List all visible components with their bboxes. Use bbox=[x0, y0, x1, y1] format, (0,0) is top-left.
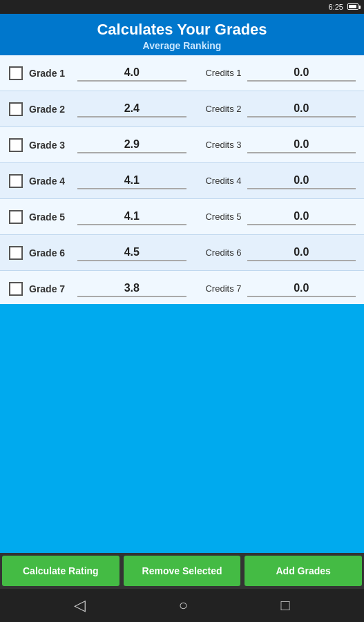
grade-checkbox-5[interactable] bbox=[9, 210, 23, 224]
remove-selected-button[interactable]: Remove Selected bbox=[124, 556, 241, 586]
credits-label-6: Credits 6 bbox=[189, 247, 245, 258]
calculate-rating-button[interactable]: Calculate Rating bbox=[2, 556, 119, 586]
add-grades-button[interactable]: Add Grades bbox=[245, 556, 362, 586]
credits-input-wrap-3 bbox=[245, 137, 359, 153]
nav-bar: ◁ ○ □ bbox=[0, 589, 364, 622]
grade-label-4: Grade 4 bbox=[26, 176, 75, 187]
grade-input-wrap-3 bbox=[75, 137, 189, 153]
grade-checkbox-1[interactable] bbox=[9, 66, 23, 80]
checkbox-cell-5 bbox=[6, 210, 26, 224]
grade-input-wrap-7 bbox=[75, 281, 189, 297]
bottom-buttons: Calculate Rating Remove Selected Add Gra… bbox=[0, 553, 364, 589]
grade-checkbox-4[interactable] bbox=[9, 174, 23, 188]
grade-label-7: Grade 7 bbox=[26, 283, 75, 294]
grade-label-3: Grade 3 bbox=[26, 140, 75, 151]
credits-value-input-2[interactable] bbox=[247, 101, 356, 117]
status-bar: 6:25 bbox=[0, 0, 364, 14]
grade-checkbox-3[interactable] bbox=[9, 138, 23, 152]
credits-label-3: Credits 3 bbox=[189, 140, 245, 150]
credits-value-input-4[interactable] bbox=[247, 173, 356, 189]
table-row: Grade 6 Credits 6 bbox=[0, 235, 364, 271]
credits-value-input-5[interactable] bbox=[247, 209, 356, 225]
table-row: Grade 5 Credits 5 bbox=[0, 199, 364, 235]
credits-value-input-1[interactable] bbox=[247, 65, 356, 82]
battery-icon bbox=[346, 3, 358, 11]
grade-label-1: Grade 1 bbox=[26, 68, 75, 79]
grade-label-6: Grade 6 bbox=[26, 247, 75, 258]
credits-input-wrap-5 bbox=[245, 209, 359, 225]
recent-button[interactable]: □ bbox=[280, 596, 289, 614]
checkbox-cell-2 bbox=[6, 102, 26, 116]
back-button[interactable]: ◁ bbox=[74, 596, 86, 614]
credits-label-2: Credits 2 bbox=[189, 104, 245, 114]
credits-input-wrap-6 bbox=[245, 245, 359, 261]
credits-input-wrap-4 bbox=[245, 173, 359, 189]
credits-value-input-7[interactable] bbox=[247, 281, 356, 297]
grade-checkbox-6[interactable] bbox=[9, 246, 23, 260]
grade-input-wrap-1 bbox=[75, 65, 189, 82]
grade-value-input-6[interactable] bbox=[77, 245, 186, 261]
grade-list: Grade 1 Credits 1 Grade 2 Credits 2 bbox=[0, 55, 364, 304]
table-row: Grade 7 Credits 7 bbox=[0, 271, 364, 304]
table-row: Grade 1 Credits 1 bbox=[0, 55, 364, 91]
app-subtitle: Average Ranking bbox=[0, 40, 364, 51]
credits-input-wrap-2 bbox=[245, 101, 359, 117]
grade-value-input-4[interactable] bbox=[77, 173, 186, 189]
grade-input-wrap-5 bbox=[75, 209, 189, 225]
table-row: Grade 3 Credits 3 bbox=[0, 127, 364, 163]
credits-value-input-3[interactable] bbox=[247, 137, 356, 153]
grade-value-input-2[interactable] bbox=[77, 101, 186, 117]
grade-label-5: Grade 5 bbox=[26, 211, 75, 223]
grade-checkbox-2[interactable] bbox=[9, 102, 23, 116]
app-title: Calculates Your Grades bbox=[0, 21, 364, 39]
checkbox-cell-3 bbox=[6, 138, 26, 152]
credits-input-wrap-7 bbox=[245, 281, 359, 297]
credits-label-4: Credits 4 bbox=[189, 176, 245, 186]
table-row: Grade 2 Credits 2 bbox=[0, 91, 364, 127]
credits-input-wrap-1 bbox=[245, 65, 359, 82]
credits-value-input-6[interactable] bbox=[247, 245, 356, 261]
home-button[interactable]: ○ bbox=[179, 596, 188, 614]
grade-input-wrap-6 bbox=[75, 245, 189, 261]
credits-label-7: Credits 7 bbox=[189, 283, 245, 294]
grade-input-wrap-2 bbox=[75, 101, 189, 117]
spacer bbox=[0, 304, 364, 553]
credits-label-5: Credits 5 bbox=[189, 211, 245, 222]
checkbox-cell-4 bbox=[6, 174, 26, 188]
grade-value-input-3[interactable] bbox=[77, 137, 186, 153]
grade-value-input-1[interactable] bbox=[77, 65, 186, 82]
checkbox-cell-6 bbox=[6, 246, 26, 260]
grade-value-input-5[interactable] bbox=[77, 209, 186, 225]
grade-label-2: Grade 2 bbox=[26, 104, 75, 115]
status-time: 6:25 bbox=[329, 3, 343, 11]
table-row: Grade 4 Credits 4 bbox=[0, 163, 364, 199]
app-header: Calculates Your Grades Average Ranking bbox=[0, 14, 364, 55]
checkbox-cell-1 bbox=[6, 66, 26, 80]
grade-checkbox-7[interactable] bbox=[9, 282, 23, 296]
checkbox-cell-7 bbox=[6, 282, 26, 296]
credits-label-1: Credits 1 bbox=[189, 68, 245, 78]
grade-value-input-7[interactable] bbox=[77, 281, 186, 297]
grade-input-wrap-4 bbox=[75, 173, 189, 189]
